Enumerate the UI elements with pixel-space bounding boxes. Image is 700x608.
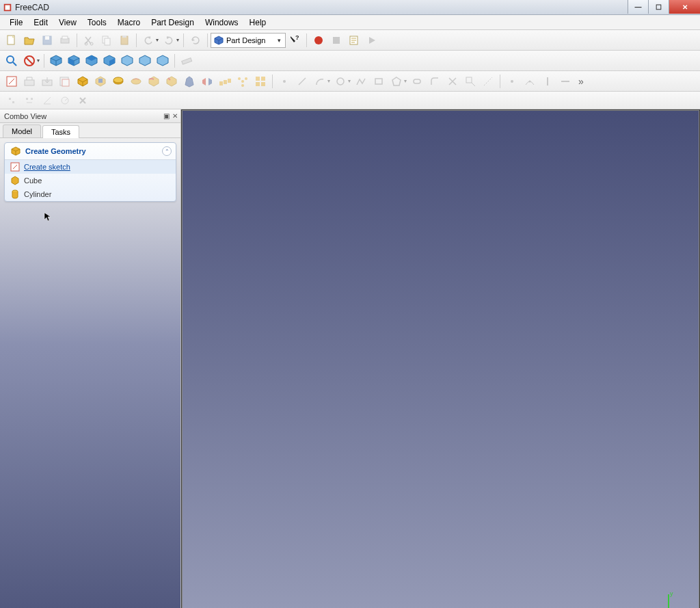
draw-style-button[interactable] (21, 53, 38, 69)
sketcher-trim-button[interactable] (444, 73, 461, 90)
sketcher-polyline-button[interactable] (353, 73, 369, 90)
open-document-button[interactable] (21, 32, 38, 49)
sketcher-polygon-button[interactable] (388, 73, 405, 90)
task-create-sketch[interactable]: Create sketch (5, 160, 176, 174)
map-sketch-button[interactable] (57, 73, 73, 90)
constraint-radius-button[interactable] (57, 92, 73, 109)
constraint-horizontal-button[interactable] (557, 73, 574, 90)
sketcher-circle-dropdown[interactable]: ▾ (348, 78, 351, 84)
zoom-fit-button[interactable] (3, 53, 20, 69)
svg-point-27 (113, 77, 123, 83)
svg-rect-30 (224, 80, 227, 84)
task-cylinder[interactable]: Cylinder (5, 187, 176, 201)
sketcher-arc-button[interactable] (312, 73, 328, 90)
refresh-button[interactable] (187, 32, 204, 49)
view-right-button[interactable] (101, 53, 118, 69)
menu-view[interactable]: View (53, 16, 82, 29)
tab-tasks[interactable]: Tasks (42, 125, 79, 138)
svg-point-40 (283, 80, 286, 83)
menu-file[interactable]: File (4, 16, 28, 29)
chamfer-button[interactable] (163, 73, 180, 90)
task-create-sketch-label: Create sketch (24, 163, 70, 171)
view-top-button[interactable] (83, 53, 100, 69)
svg-rect-25 (98, 79, 103, 83)
fillet-button[interactable] (146, 73, 162, 90)
constraint-coincident-button[interactable] (504, 73, 520, 90)
box-icon (10, 146, 21, 157)
3d-viewport[interactable]: y x z Start page ✕ Unnamed : 1 ✕ (182, 110, 699, 608)
view-left-button[interactable] (154, 53, 171, 69)
sketcher-point-button[interactable] (276, 73, 293, 90)
new-document-button[interactable] (3, 32, 20, 49)
macro-record-button[interactable] (310, 32, 327, 49)
app-icon (3, 3, 12, 12)
edit-sketch-button[interactable] (21, 73, 38, 90)
constraint-vertical-button[interactable] (539, 73, 556, 90)
mirrored-button[interactable] (199, 73, 215, 90)
pad-button[interactable] (75, 73, 91, 90)
menu-macro[interactable]: Macro (112, 16, 146, 29)
draw-style-dropdown[interactable]: ▾ (37, 57, 40, 64)
menu-help[interactable]: Help (244, 16, 272, 29)
panel-float-button[interactable]: ▣ (163, 112, 170, 120)
menu-tools[interactable]: Tools (82, 16, 112, 29)
workbench-selector[interactable]: Part Design (211, 33, 286, 48)
measure-button[interactable] (178, 53, 195, 69)
sketcher-construction-button[interactable] (480, 73, 496, 90)
polar-pattern-button[interactable] (234, 73, 251, 90)
macro-list-button[interactable] (346, 32, 362, 49)
cut-button[interactable] (81, 32, 97, 49)
view-front-button[interactable] (66, 53, 82, 69)
constraint-lock-button[interactable] (3, 92, 20, 109)
constraint-point-on-button[interactable] (522, 73, 538, 90)
revolution-button[interactable] (110, 73, 126, 90)
paste-button[interactable] (116, 32, 133, 49)
tab-model[interactable]: Model (3, 124, 41, 137)
multitransform-button[interactable] (252, 73, 269, 90)
redo-button[interactable] (161, 32, 177, 49)
svg-point-35 (241, 84, 244, 87)
constraint-angle-button[interactable] (39, 92, 55, 109)
task-header-label: Create Geometry (25, 147, 86, 155)
sketcher-polygon-dropdown[interactable]: ▾ (404, 78, 407, 84)
sketcher-line-button[interactable] (294, 73, 310, 90)
pocket-button[interactable] (92, 73, 109, 90)
view-axonometric-button[interactable] (48, 53, 64, 69)
macro-play-button[interactable] (364, 32, 380, 49)
sketcher-external-button[interactable] (462, 73, 479, 90)
sketcher-arc-dropdown[interactable]: ▾ (327, 78, 330, 84)
undo-button[interactable] (140, 32, 157, 49)
draft-button[interactable] (181, 73, 198, 90)
mouse-cursor-icon (44, 212, 53, 222)
view-bottom-button[interactable] (137, 53, 153, 69)
groove-button[interactable] (128, 73, 144, 90)
menu-part-design[interactable]: Part Design (146, 16, 200, 29)
toolbar-overflow-button[interactable]: » (574, 76, 588, 87)
task-cube[interactable]: Cube (5, 174, 176, 187)
sketcher-slot-button[interactable] (409, 73, 425, 90)
print-button[interactable] (57, 32, 73, 49)
constraint-distance-button[interactable] (21, 92, 38, 109)
whats-this-button[interactable]: ? (286, 32, 303, 49)
sketcher-fillet-button[interactable] (427, 73, 443, 90)
menu-edit[interactable]: Edit (28, 16, 53, 29)
window-minimize-button[interactable]: — (628, 0, 648, 14)
sketcher-rectangle-button[interactable] (371, 73, 387, 90)
panel-close-button[interactable]: ✕ (172, 112, 178, 120)
collapse-icon[interactable]: ⌃ (162, 146, 172, 156)
create-sketch-button[interactable] (3, 73, 20, 90)
save-document-button[interactable] (39, 32, 55, 49)
sketch-icon (10, 162, 20, 172)
leave-sketch-button[interactable] (39, 73, 55, 90)
linear-pattern-button[interactable] (217, 73, 233, 90)
view-rear-button[interactable] (119, 53, 135, 69)
copy-button[interactable] (98, 32, 115, 49)
menu-windows[interactable]: Windows (200, 16, 244, 29)
task-header[interactable]: Create Geometry ⌃ (5, 143, 176, 160)
sketcher-circle-button[interactable] (332, 73, 349, 90)
macro-stop-button[interactable] (328, 32, 345, 49)
window-close-button[interactable]: ✕ (669, 0, 700, 14)
delete-constraint-button[interactable] (75, 92, 91, 109)
window-maximize-button[interactable]: ☐ (648, 0, 669, 14)
svg-point-32 (241, 80, 244, 83)
